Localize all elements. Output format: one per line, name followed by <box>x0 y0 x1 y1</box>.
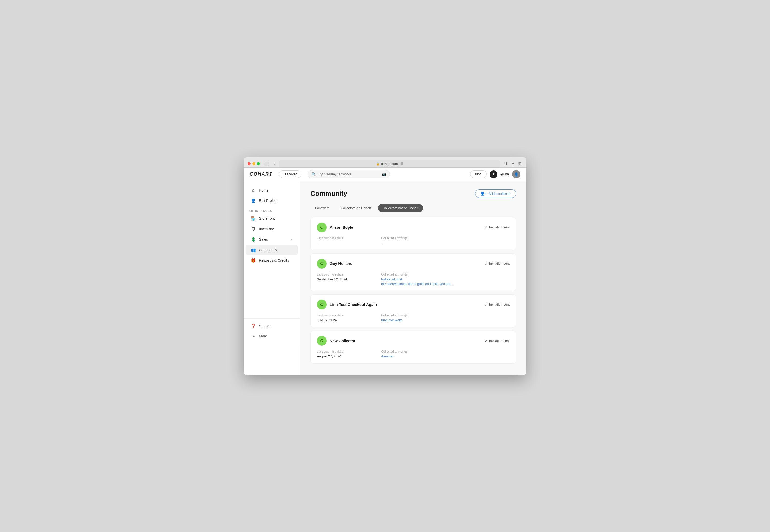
tabs-button[interactable]: ⧉ <box>518 161 522 167</box>
collected-artworks-field: Collected artwork(s) dreamer <box>381 350 446 358</box>
sidebar-item-storefront[interactable]: 🏪 Storefront <box>246 214 298 224</box>
artwork-link[interactable]: dreamer <box>381 354 446 358</box>
tab-collectors-not-on-cohart[interactable]: Collectors not on Cohart <box>378 204 423 212</box>
support-icon: ❓ <box>251 324 256 328</box>
sidebar-edit-profile-label: Edit Profile <box>259 199 276 203</box>
person-icon: 👤 <box>251 198 256 203</box>
more-icon: ⋯ <box>251 334 256 339</box>
lock-icon: 🔒 <box>376 162 379 166</box>
last-purchase-label: Last purchase date <box>317 350 381 353</box>
search-bar[interactable]: 🔍 📷 <box>307 170 390 178</box>
artist-tools-section: ARTIST TOOLS <box>243 206 300 213</box>
collected-artworks-field: Collected artwork(s) true love waits <box>381 314 446 322</box>
camera-icon[interactable]: 📷 <box>381 172 386 176</box>
sidebar-item-rewards[interactable]: 🎁 Rewards & Credits <box>246 255 298 265</box>
card-top: C Linh Test Checkout Again ✓ Invitation … <box>317 300 510 309</box>
minimize-traffic-light[interactable] <box>252 162 255 165</box>
collector-name: Guy Holland <box>330 261 352 266</box>
page-title: Community <box>310 190 347 198</box>
collector-avatar: C <box>317 259 326 269</box>
sidebar-item-home[interactable]: ⌂ Home <box>246 186 298 195</box>
card-top: C New Collector ✓ Invitation sent <box>317 336 510 346</box>
inventory-icon: 🖼 <box>251 227 256 231</box>
reader-icon: ☰ <box>401 162 403 166</box>
sidebar-item-community[interactable]: 👥 Community <box>246 245 298 255</box>
close-traffic-light[interactable] <box>248 162 251 165</box>
card-bottom: Last purchase date July 17, 2024 Collect… <box>317 314 510 322</box>
sidebar-bottom: ❓ Support ⋯ More <box>243 318 300 342</box>
search-icon: 🔍 <box>311 172 316 176</box>
home-icon: ⌂ <box>251 188 256 193</box>
invitation-status: ✓ Invitation sent <box>485 302 510 307</box>
invitation-status-label: Invitation sent <box>489 302 510 306</box>
avatar[interactable]: 👤 <box>512 170 520 178</box>
logo: COHART <box>250 171 272 177</box>
collected-artworks-field: Collected artwork(s) buffalo at duskthe … <box>381 273 453 286</box>
collected-artworks-label: Collected artwork(s) <box>381 236 446 240</box>
collected-artworks-field: Collected artwork(s) – <box>381 236 446 245</box>
last-purchase-field: Last purchase date – <box>317 236 381 245</box>
add-collector-button[interactable]: 👤+ Add a collector <box>475 189 516 198</box>
search-input[interactable] <box>318 172 379 176</box>
last-purchase-field: Last purchase date September 12, 2024 <box>317 273 381 281</box>
artwork-list: buffalo at duskthe overwhelming life eng… <box>381 277 453 286</box>
invitation-status-label: Invitation sent <box>489 262 510 265</box>
collector-info: C Guy Holland <box>317 259 352 269</box>
tab-collectors-on-cohart[interactable]: Collectors on Cohart <box>336 204 376 212</box>
sidebar-item-sales[interactable]: 💲 Sales ▾ <box>246 234 298 244</box>
sidebar-inventory-label: Inventory <box>259 227 274 231</box>
card-bottom: Last purchase date – Collected artwork(s… <box>317 236 510 245</box>
invitation-status: ✓ Invitation sent <box>485 339 510 343</box>
collected-artworks-label: Collected artwork(s) <box>381 273 453 276</box>
sidebar-item-support[interactable]: ❓ Support <box>246 321 298 331</box>
blog-button[interactable]: Blog <box>470 170 487 178</box>
last-purchase-field: Last purchase date July 17, 2024 <box>317 314 381 322</box>
rewards-icon: 🎁 <box>251 258 256 263</box>
chevron-down-icon: ▾ <box>291 237 293 241</box>
sidebar-item-more[interactable]: ⋯ More <box>246 331 298 341</box>
sidebar-item-inventory[interactable]: 🖼 Inventory <box>246 224 298 234</box>
collectors-list: C Alison Boyle ✓ Invitation sent Last pu… <box>310 217 516 364</box>
page-header: Community 👤+ Add a collector <box>310 189 516 198</box>
address-bar[interactable]: 🔒 cohart.com ☰ <box>279 160 500 167</box>
collector-card: C Guy Holland ✓ Invitation sent Last pur… <box>310 253 516 291</box>
last-purchase-field: Last purchase date August 27, 2024 <box>317 350 381 358</box>
collected-artworks-label: Collected artwork(s) <box>381 314 446 317</box>
share-button[interactable]: ⬆ <box>504 161 509 167</box>
nav-right: Blog + @linh 👤 <box>470 170 520 178</box>
add-button[interactable]: + <box>490 170 498 178</box>
sidebar-sales-label: Sales <box>259 237 268 241</box>
community-icon: 👥 <box>251 247 256 252</box>
collector-info: C New Collector <box>317 336 355 346</box>
sidebar-community-label: Community <box>259 248 277 252</box>
checkmark-icon: ✓ <box>485 225 488 230</box>
artwork-link[interactable]: true love waits <box>381 318 446 322</box>
new-tab-button[interactable]: + <box>511 161 516 167</box>
discover-button[interactable]: Discover <box>279 170 302 178</box>
storefront-icon: 🏪 <box>251 216 256 221</box>
sidebar: ⌂ Home 👤 Edit Profile ARTIST TOOLS 🏪 Sto… <box>243 181 300 346</box>
url-text: cohart.com <box>381 162 398 166</box>
collector-info: C Linh Test Checkout Again <box>317 300 377 309</box>
username-label: @linh <box>501 172 509 176</box>
sidebar-rewards-label: Rewards & Credits <box>259 258 289 262</box>
back-button[interactable]: ‹ <box>272 161 276 167</box>
invitation-status-label: Invitation sent <box>489 339 510 343</box>
collected-artworks-label: Collected artwork(s) <box>381 350 446 353</box>
purchase-date-value: July 17, 2024 <box>317 318 381 322</box>
artwork-link[interactable]: the overwhelming life engulfs and spits … <box>381 282 453 286</box>
card-top: C Alison Boyle ✓ Invitation sent <box>317 223 510 232</box>
collector-card: C Linh Test Checkout Again ✓ Invitation … <box>310 294 516 327</box>
collector-avatar: C <box>317 336 326 346</box>
sales-icon: 💲 <box>251 237 256 242</box>
collector-name: Linh Test Checkout Again <box>330 302 377 307</box>
fullscreen-traffic-light[interactable] <box>257 162 260 165</box>
collector-info: C Alison Boyle <box>317 223 353 232</box>
tab-followers[interactable]: Followers <box>310 204 334 212</box>
sidebar-item-edit-profile[interactable]: 👤 Edit Profile <box>246 196 298 206</box>
collector-avatar: C <box>317 300 326 309</box>
sidebar-storefront-label: Storefront <box>259 216 275 221</box>
artwork-link[interactable]: buffalo at dusk <box>381 277 453 281</box>
sidebar-toggle-button[interactable]: ⬜ <box>263 161 270 167</box>
purchase-date-value: September 12, 2024 <box>317 277 381 281</box>
